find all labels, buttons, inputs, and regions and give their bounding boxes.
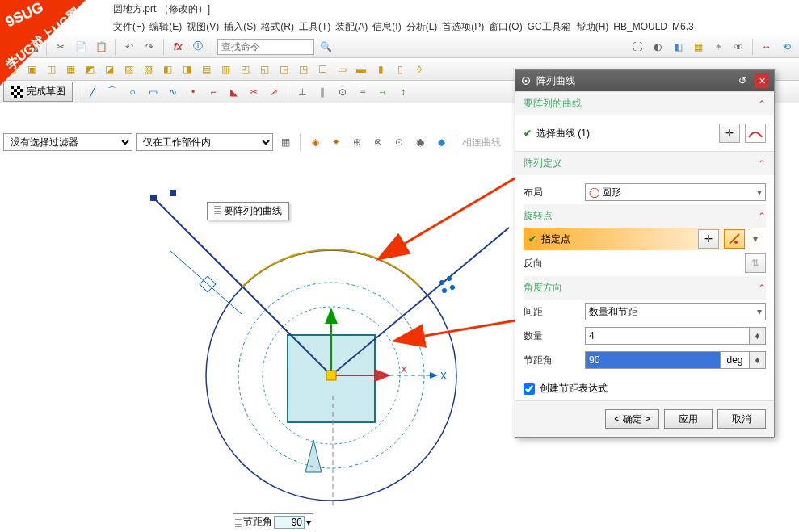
snap-icon[interactable]: ⊗: [369, 133, 387, 151]
snap-icon[interactable]: ◉: [411, 133, 429, 151]
redo-icon[interactable]: ↷: [141, 38, 158, 56]
create-expr-row[interactable]: 创建节距表达式: [515, 377, 774, 400]
angle-dir-header[interactable]: 角度方向 ⌃: [524, 276, 766, 300]
feature-icon[interactable]: ◧: [158, 61, 176, 78]
menu-gctoolbox[interactable]: GC工具箱: [528, 20, 571, 34]
cancel-button[interactable]: 取消: [717, 409, 766, 429]
line-icon[interactable]: ╱: [83, 83, 101, 101]
box-icon[interactable]: ◧: [669, 38, 687, 56]
menu-analysis[interactable]: 分析(L): [406, 20, 438, 34]
feature-icon[interactable]: ◪: [100, 61, 118, 78]
pitch-angle-input-floating[interactable]: 节距角 ▾: [233, 513, 313, 530]
feature-icon[interactable]: ▭: [333, 61, 351, 78]
curve-type-icon[interactable]: [745, 124, 766, 143]
spline-icon[interactable]: ∿: [164, 83, 182, 101]
constraint-icon[interactable]: ≡: [354, 83, 372, 101]
shade-icon[interactable]: ◐: [649, 38, 667, 56]
menu-help[interactable]: 帮助(H): [576, 20, 609, 34]
feature-icon[interactable]: ▨: [120, 61, 137, 78]
feature-icon[interactable]: ▬: [352, 61, 370, 78]
copy-icon[interactable]: 📄: [72, 38, 90, 56]
menu-insert[interactable]: 插入(S): [224, 20, 256, 34]
point-icon[interactable]: •: [184, 83, 202, 101]
add-point-icon[interactable]: ✛: [719, 124, 740, 143]
view-icon[interactable]: 👁: [730, 38, 747, 56]
layout-select[interactable]: ◯ 圆形 ▾: [585, 183, 766, 201]
menu-file[interactable]: 文件(F): [113, 20, 145, 34]
section-curves-header[interactable]: 要阵列的曲线 ⌃: [515, 92, 774, 115]
save-icon[interactable]: 💾: [23, 38, 41, 56]
pitch-angle-field[interactable]: [274, 516, 305, 529]
extend-icon[interactable]: ↗: [265, 83, 283, 101]
snap-icon[interactable]: ✦: [327, 133, 345, 151]
feature-icon[interactable]: ▦: [61, 61, 79, 78]
select-curve-row[interactable]: ✔ 选择曲线 (1) ✛: [524, 120, 766, 146]
rect-icon[interactable]: ▭: [144, 83, 162, 101]
expression-icon[interactable]: fx: [169, 38, 187, 56]
feature-icon[interactable]: ◳: [294, 61, 312, 78]
feature-icon[interactable]: ▯: [391, 61, 409, 78]
snap-icon[interactable]: ⊙: [390, 133, 408, 151]
constraint-icon[interactable]: ∥: [313, 83, 331, 101]
constraint-icon[interactable]: ⊙: [334, 83, 351, 101]
feature-icon[interactable]: ◊: [410, 61, 428, 78]
snap-icon[interactable]: ⊕: [348, 133, 366, 151]
feature-icon[interactable]: ◲: [275, 61, 292, 78]
reverse-button[interactable]: ⇅: [745, 253, 766, 273]
constraint-icon[interactable]: ⊥: [293, 83, 311, 101]
fit-icon[interactable]: ⛶: [629, 38, 646, 56]
scope-filter[interactable]: 仅在工作部件内: [136, 133, 273, 151]
menu-assembly[interactable]: 装配(A): [335, 20, 368, 34]
layer-icon[interactable]: ▦: [689, 38, 707, 56]
move-icon[interactable]: ↔: [758, 38, 776, 56]
feature-icon[interactable]: ▢: [3, 61, 21, 78]
undo-icon[interactable]: ↶: [120, 38, 138, 56]
reset-icon[interactable]: ↺: [735, 73, 750, 88]
feature-icon[interactable]: ◱: [255, 61, 273, 78]
menu-tools[interactable]: 工具(T): [299, 20, 330, 34]
spin-icon[interactable]: ♦: [750, 327, 766, 345]
feature-icon[interactable]: ◩: [81, 61, 99, 78]
apply-button[interactable]: 应用: [664, 409, 713, 429]
menu-info[interactable]: 信息(I): [372, 20, 401, 34]
finish-sketch-button[interactable]: 完成草图: [3, 82, 73, 102]
spacing-select[interactable]: 数量和节距 ▾: [585, 303, 766, 320]
close-icon[interactable]: ✕: [755, 73, 769, 88]
menu-prefs[interactable]: 首选项(P): [442, 20, 484, 34]
dropdown-icon[interactable]: ▾: [306, 517, 311, 528]
feature-icon[interactable]: ◨: [178, 61, 196, 78]
dialog-titlebar[interactable]: 阵列曲线 ↺ ✕: [515, 70, 774, 91]
selection-filter[interactable]: 没有选择过滤器: [3, 133, 132, 151]
snap-icon[interactable]: ◈: [306, 133, 324, 151]
wcs-icon[interactable]: ⌖: [709, 38, 727, 56]
circle-icon[interactable]: ○: [124, 83, 141, 101]
specify-point-row[interactable]: ✔ 指定点 ✛ ▾: [524, 228, 766, 250]
point-dialog-icon[interactable]: [724, 229, 745, 249]
trim-icon[interactable]: ✂: [245, 83, 263, 101]
feature-icon[interactable]: ☐: [313, 61, 331, 78]
info-icon[interactable]: ⓘ: [189, 38, 207, 56]
command-search[interactable]: [217, 39, 314, 55]
create-expr-checkbox[interactable]: [524, 383, 535, 395]
paste-icon[interactable]: 📋: [92, 38, 110, 56]
fillet-icon[interactable]: ⌐: [204, 83, 222, 101]
point-pick-icon[interactable]: ✛: [698, 229, 719, 249]
arc-icon[interactable]: ⌒: [103, 83, 121, 101]
rotate-point-header[interactable]: 旋转点 ⌃: [524, 204, 766, 228]
ok-button[interactable]: < 确定 >: [605, 409, 659, 429]
menu-view[interactable]: 视图(V): [187, 20, 219, 34]
dim-icon[interactable]: ↕: [394, 83, 412, 101]
open-icon[interactable]: 📂: [3, 38, 21, 56]
snap-icon[interactable]: ◆: [432, 133, 450, 151]
menu-hbmould[interactable]: HB_MOULD: [613, 21, 667, 32]
feature-icon[interactable]: ◫: [42, 61, 60, 78]
search-icon[interactable]: 🔍: [317, 38, 334, 56]
feature-icon[interactable]: ▥: [217, 61, 234, 78]
count-input[interactable]: [585, 327, 750, 345]
dim-icon[interactable]: ↔: [374, 83, 392, 101]
feature-icon[interactable]: ◰: [236, 61, 254, 78]
menu-m63[interactable]: M6.3: [672, 21, 694, 32]
menu-edit[interactable]: 编辑(E): [149, 20, 182, 34]
chevron-down-icon[interactable]: ▾: [750, 233, 761, 245]
section-def-header[interactable]: 阵列定义 ⌃: [515, 152, 774, 175]
